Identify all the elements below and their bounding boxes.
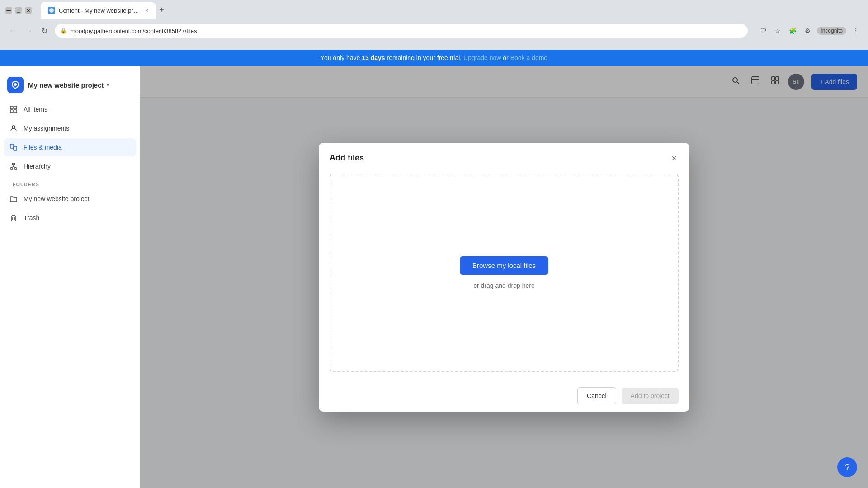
browse-files-button[interactable]: Browse my local files (460, 256, 548, 275)
project-name: My new website project (28, 81, 104, 89)
trial-text-before: You only have (321, 54, 362, 61)
sidebar-item-label: Hierarchy (24, 163, 51, 170)
tab-close-button[interactable]: × (146, 8, 148, 13)
sidebar-item-label: Files & media (24, 144, 62, 151)
modal-header: Add files × (319, 143, 689, 174)
sidebar: My new website project ▾ All items My as… (0, 66, 140, 488)
modal-body: Browse my local files or drag and drop h… (319, 174, 689, 380)
svg-rect-10 (10, 168, 13, 169)
trial-banner: You only have 13 days remaining in your … (0, 50, 868, 66)
sidebar-header: My new website project ▾ (0, 73, 140, 100)
svg-rect-11 (14, 168, 17, 169)
sidebar-item-all-items[interactable]: All items (4, 100, 136, 118)
extensions-icon[interactable]: 🧩 (787, 25, 798, 36)
address-text: moodjoy.gathercontent.com/content/385827… (71, 28, 197, 34)
sidebar-item-my-new-website-project[interactable]: My new website project (4, 190, 136, 208)
add-to-project-button[interactable]: Add to project (622, 388, 679, 404)
help-button[interactable]: ? (837, 457, 857, 477)
svg-rect-7 (10, 144, 14, 148)
trial-days: 13 days (362, 54, 385, 61)
modal-backdrop: Add files × Browse my local files or dra… (140, 66, 868, 488)
project-selector[interactable]: My new website project ▾ (28, 81, 109, 89)
new-tab-button[interactable]: + (156, 2, 168, 19)
close-window-button[interactable]: × (25, 7, 32, 14)
address-bar[interactable]: 🔒 moodjoy.gathercontent.com/content/3858… (55, 24, 748, 38)
browser-tab[interactable]: Content - My new website proj... × (41, 2, 156, 19)
sidebar-item-label: Trash (24, 214, 39, 221)
lock-icon: 🔒 (60, 28, 67, 34)
favicon-icon (49, 8, 54, 13)
menu-icon[interactable]: ⋮ (851, 25, 861, 36)
folder-icon (9, 194, 18, 203)
drop-text: or drag and drop here (473, 282, 534, 289)
chevron-down-icon: ▾ (107, 82, 109, 88)
minimize-button[interactable]: ─ (5, 7, 12, 14)
tab-title: Content - My new website proj... (59, 7, 140, 14)
trial-text-middle: remaining in your free trial. (385, 54, 464, 61)
forward-button[interactable]: → (24, 25, 34, 37)
incognito-badge: Incognito (817, 27, 846, 35)
folders-section-label: FOLDERS (4, 176, 136, 190)
browser-settings-icon[interactable]: ⚙ (803, 25, 812, 36)
svg-point-0 (49, 8, 54, 13)
svg-rect-4 (10, 110, 13, 113)
hierarchy-icon (9, 162, 18, 171)
tab-favicon (48, 7, 55, 14)
trial-or-text: or (501, 54, 510, 61)
svg-point-1 (14, 83, 17, 86)
modal-close-button[interactable]: × (670, 152, 679, 164)
person-icon (9, 124, 18, 133)
trash-icon (9, 213, 18, 222)
main-content: ST + Add files Add files × Browse my loc… (140, 66, 868, 488)
sidebar-item-files-media[interactable]: Files & media (4, 138, 136, 156)
sidebar-item-label: My new website project (24, 195, 90, 202)
modal-footer: Cancel Add to project (319, 380, 689, 412)
files-icon (9, 143, 18, 152)
sidebar-nav: All items My assignments Files & media H… (0, 100, 140, 481)
svg-rect-3 (14, 106, 17, 109)
cancel-button[interactable]: Cancel (577, 387, 616, 404)
modal-title: Add files (330, 153, 364, 163)
sidebar-item-trash[interactable]: Trash (4, 209, 136, 227)
logo-icon (10, 80, 20, 90)
book-demo-link[interactable]: Book a demo (510, 54, 548, 61)
upgrade-now-link[interactable]: Upgrade now (463, 54, 501, 61)
app-layout: My new website project ▾ All items My as… (0, 66, 868, 488)
svg-rect-8 (14, 146, 17, 150)
sidebar-item-my-assignments[interactable]: My assignments (4, 119, 136, 137)
sidebar-item-label: My assignments (24, 125, 69, 132)
svg-rect-15 (11, 216, 16, 221)
svg-rect-5 (14, 110, 17, 113)
grid-icon (9, 105, 18, 114)
shield-icon[interactable]: 🛡 (759, 25, 769, 36)
back-button[interactable]: ← (7, 25, 18, 37)
add-files-modal: Add files × Browse my local files or dra… (319, 143, 689, 412)
sidebar-item-hierarchy[interactable]: Hierarchy (4, 157, 136, 175)
svg-rect-9 (12, 163, 15, 165)
drop-zone[interactable]: Browse my local files or drag and drop h… (330, 174, 679, 372)
star-icon[interactable]: ☆ (773, 25, 783, 36)
refresh-button[interactable]: ↻ (40, 25, 49, 37)
maximize-button[interactable]: □ (15, 7, 22, 14)
svg-point-6 (12, 126, 15, 128)
sidebar-item-label: All items (24, 106, 47, 113)
app-logo (7, 77, 24, 93)
svg-rect-2 (10, 106, 13, 109)
